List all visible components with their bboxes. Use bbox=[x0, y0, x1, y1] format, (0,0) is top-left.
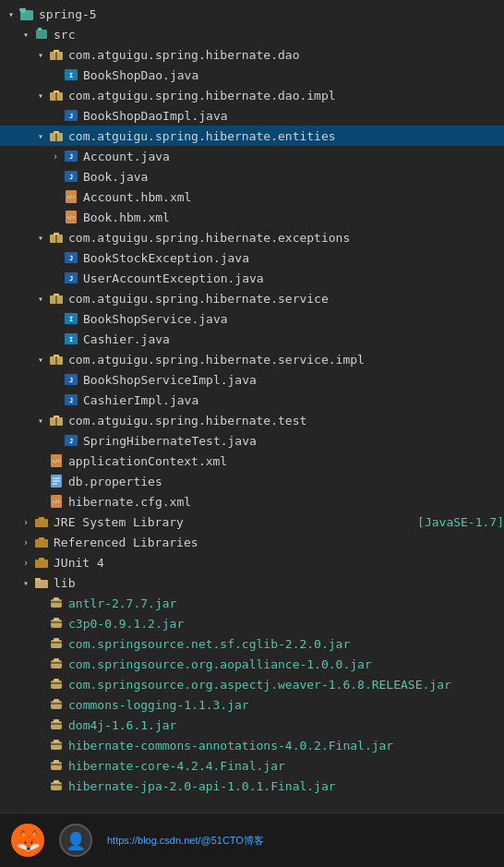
tree-item[interactable]: JSpringHibernateTest.java bbox=[0, 430, 504, 451]
svg-text:I: I bbox=[69, 72, 73, 79]
tree-arrow[interactable] bbox=[48, 108, 63, 123]
tree-item[interactable]: JBookShopDaoImpl.java bbox=[0, 105, 504, 126]
tree-arrow[interactable] bbox=[48, 67, 63, 82]
tree-arrow[interactable] bbox=[33, 758, 48, 773]
tree-item-label: com.atguigu.spring.hibernate.dao.impl bbox=[68, 89, 504, 102]
tree-item[interactable]: com.atguigu.spring.hibernate.exceptions bbox=[0, 227, 504, 247]
tree-arrow[interactable] bbox=[48, 372, 63, 387]
tree-item[interactable]: Referenced Libraries bbox=[0, 532, 504, 552]
tree-item[interactable]: JUserAccountException.java bbox=[0, 268, 504, 288]
tree-arrow[interactable] bbox=[33, 474, 48, 488]
tree-item[interactable]: spring-5 bbox=[0, 4, 504, 24]
tree-item-label: Cashier.java bbox=[83, 332, 504, 346]
svg-text:J: J bbox=[69, 377, 73, 384]
tree-item[interactable]: com.atguigu.spring.hibernate.dao bbox=[0, 44, 504, 65]
tree-arrow[interactable] bbox=[33, 697, 48, 712]
tree-arrow[interactable] bbox=[33, 778, 48, 793]
tree-item-label: com.atguigu.spring.hibernate.service.imp… bbox=[68, 353, 504, 367]
tree-arrow[interactable] bbox=[48, 250, 63, 265]
tree-item[interactable]: </>applicationContext.xml bbox=[0, 451, 504, 471]
tree-arrow[interactable] bbox=[33, 738, 48, 753]
jar-icon bbox=[48, 758, 65, 773]
tree-item[interactable]: db.properties bbox=[0, 471, 504, 491]
tree-item[interactable]: com.atguigu.spring.hibernate.service bbox=[0, 288, 504, 308]
tree-arrow[interactable] bbox=[33, 656, 48, 671]
tree-item[interactable]: com.springsource.org.aspectj.weaver-1.6.… bbox=[0, 674, 504, 694]
tree-item[interactable]: </>Book.hbm.xml bbox=[0, 207, 504, 227]
tree-arrow[interactable] bbox=[18, 575, 33, 590]
tree-item[interactable]: antlr-2.7.7.jar bbox=[0, 593, 504, 613]
tree-arrow[interactable] bbox=[33, 291, 48, 306]
tree-item-label: applicationContext.xml bbox=[68, 454, 504, 468]
tree-arrow[interactable] bbox=[33, 230, 48, 245]
tree-item[interactable]: commons-logging-1.1.3.jar bbox=[0, 694, 504, 715]
tree-item[interactable]: com.atguigu.spring.hibernate.dao.impl bbox=[0, 85, 504, 105]
tree-arrow[interactable] bbox=[48, 392, 63, 407]
tree-arrow[interactable] bbox=[33, 494, 48, 509]
tree-item-label: com.springsource.org.aopalliance-1.0.0.j… bbox=[68, 657, 504, 671]
tree-arrow[interactable] bbox=[4, 6, 18, 21]
tree-item[interactable]: IBookShopDao.java bbox=[0, 65, 504, 85]
tree-arrow[interactable] bbox=[48, 311, 63, 326]
avatar-icon[interactable]: 👤 bbox=[59, 824, 92, 857]
java-class-icon: J bbox=[63, 372, 79, 387]
tree-item[interactable]: JUnit 4 bbox=[0, 552, 504, 572]
firefox-icon[interactable]: 🦊 bbox=[11, 824, 44, 857]
tree-item-label: BookStockException.java bbox=[83, 251, 504, 265]
tree-arrow[interactable] bbox=[48, 433, 63, 448]
file-tree[interactable]: spring-5srccom.atguigu.spring.hibernate.… bbox=[0, 0, 504, 813]
tree-arrow[interactable] bbox=[48, 169, 63, 184]
tree-item[interactable]: </>Account.hbm.xml bbox=[0, 187, 504, 207]
tree-arrow[interactable] bbox=[33, 352, 48, 367]
tree-arrow[interactable] bbox=[33, 453, 48, 468]
tree-item[interactable]: JBookStockException.java bbox=[0, 247, 504, 268]
jre-icon bbox=[33, 555, 50, 570]
tree-item[interactable]: com.springsource.net.sf.cglib-2.2.0.jar bbox=[0, 633, 504, 654]
tree-item[interactable]: hibernate-jpa-2.0-api-1.0.1.Final.jar bbox=[0, 776, 504, 796]
tree-arrow[interactable] bbox=[33, 616, 48, 631]
svg-rect-63 bbox=[39, 537, 44, 540]
tree-item[interactable]: </>hibernate.cfg.xml bbox=[0, 491, 504, 512]
jar-icon bbox=[48, 677, 65, 692]
svg-text:</>: </> bbox=[66, 214, 75, 220]
tree-arrow[interactable] bbox=[48, 149, 63, 163]
svg-rect-83 bbox=[51, 701, 62, 709]
tree-item[interactable]: JRE System Library[JavaSE-1.7] bbox=[0, 512, 504, 532]
tree-arrow[interactable] bbox=[33, 88, 48, 102]
tree-arrow[interactable] bbox=[33, 47, 48, 62]
tree-arrow[interactable] bbox=[48, 189, 63, 204]
tree-item[interactable]: src bbox=[0, 24, 504, 44]
tree-item[interactable]: c3p0-0.9.1.2.jar bbox=[0, 613, 504, 633]
jar-icon bbox=[48, 636, 65, 651]
tree-item[interactable]: com.atguigu.spring.hibernate.service.imp… bbox=[0, 349, 504, 369]
tree-item[interactable]: lib bbox=[0, 572, 504, 593]
tree-arrow[interactable] bbox=[33, 596, 48, 610]
tree-arrow[interactable] bbox=[48, 210, 63, 224]
tree-item[interactable]: IBookShopService.java bbox=[0, 308, 504, 329]
tree-arrow[interactable] bbox=[33, 677, 48, 692]
tree-arrow[interactable] bbox=[48, 271, 63, 285]
tree-arrow[interactable] bbox=[33, 128, 48, 143]
tree-arrow[interactable] bbox=[18, 514, 33, 529]
tree-arrow[interactable] bbox=[33, 636, 48, 651]
tree-item[interactable]: hibernate-commons-annotations-4.0.2.Fina… bbox=[0, 735, 504, 755]
tree-arrow[interactable] bbox=[18, 555, 33, 570]
svg-rect-3 bbox=[36, 30, 47, 39]
tree-item[interactable]: JCashierImpl.java bbox=[0, 390, 504, 410]
tree-item[interactable]: dom4j-1.6.1.jar bbox=[0, 715, 504, 735]
tree-item[interactable]: ICashier.java bbox=[0, 329, 504, 349]
tree-arrow[interactable] bbox=[48, 331, 63, 346]
tree-item[interactable]: hibernate-core-4.2.4.Final.jar bbox=[0, 755, 504, 776]
tree-item[interactable]: com.atguigu.spring.hibernate.entities bbox=[0, 126, 504, 146]
tree-item[interactable]: com.springsource.org.aopalliance-1.0.0.j… bbox=[0, 654, 504, 674]
tree-arrow[interactable] bbox=[18, 27, 33, 42]
tree-item[interactable]: JBook.java bbox=[0, 166, 504, 187]
tree-arrow[interactable] bbox=[33, 413, 48, 427]
java-interface-icon: I bbox=[63, 331, 79, 346]
tree-arrow[interactable] bbox=[18, 535, 33, 549]
tree-item[interactable]: com.atguigu.spring.hibernate.test bbox=[0, 410, 504, 430]
tree-arrow[interactable] bbox=[33, 717, 48, 732]
tree-item[interactable]: JBookShopServiceImpl.java bbox=[0, 369, 504, 390]
tree-item-label: hibernate-commons-annotations-4.0.2.Fina… bbox=[68, 739, 504, 753]
tree-item[interactable]: JAccount.java bbox=[0, 146, 504, 166]
